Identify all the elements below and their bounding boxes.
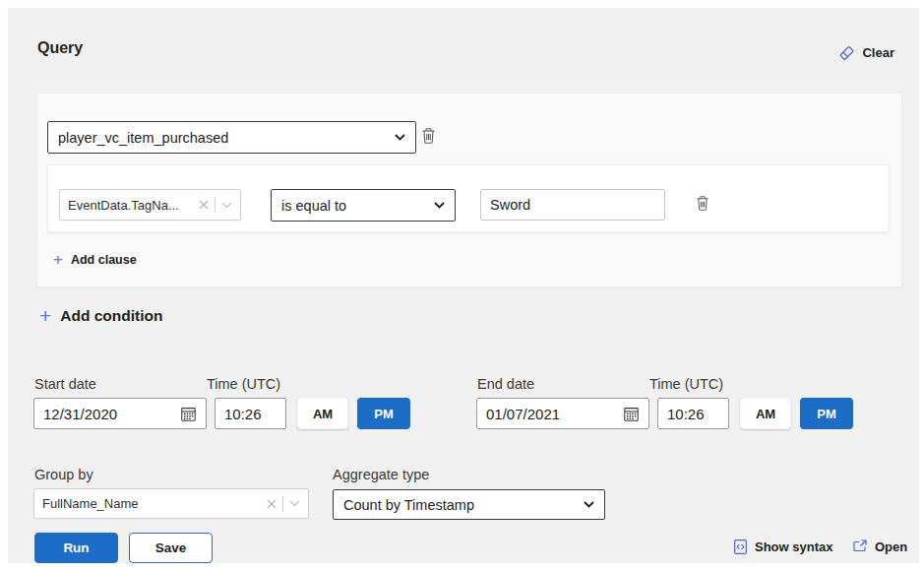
- start-pm-button[interactable]: PM: [357, 398, 410, 429]
- end-time-input[interactable]: [657, 398, 729, 429]
- delete-condition-button[interactable]: [421, 127, 436, 145]
- trash-icon: [421, 127, 436, 145]
- clause-field-value: EventData.TagNa...: [68, 198, 199, 213]
- event-type-value: player_vc_item_purchased: [58, 130, 228, 146]
- chevron-down-icon: [584, 501, 594, 508]
- aggregate-type-select[interactable]: Count by Timestamp: [333, 489, 605, 520]
- group-by-combobox[interactable]: FullName_Name: [33, 488, 309, 519]
- end-pm-button[interactable]: PM: [800, 398, 853, 429]
- clause-value-input[interactable]: [480, 189, 665, 221]
- start-date-field: [33, 398, 207, 429]
- start-am-button[interactable]: AM: [297, 398, 348, 429]
- end-date-field: [476, 398, 649, 429]
- open-button[interactable]: Open: [852, 539, 907, 554]
- x-dismiss-icon[interactable]: [267, 499, 277, 509]
- end-time-label: Time (UTC): [649, 376, 723, 392]
- x-dismiss-icon[interactable]: [199, 200, 209, 210]
- page-title: Query: [37, 39, 83, 57]
- code-document-icon: [733, 539, 748, 555]
- clause-operator-value: is equal to: [281, 198, 346, 214]
- plus-icon: +: [39, 304, 51, 328]
- start-date-input[interactable]: [43, 406, 180, 422]
- query-panel: Query Clear player_vc_item_purchased: [8, 8, 919, 563]
- start-time-input[interactable]: [215, 398, 286, 429]
- trash-icon: [696, 195, 709, 212]
- run-button[interactable]: Run: [34, 533, 118, 563]
- open-label: Open: [875, 539, 907, 554]
- clear-label: Clear: [862, 45, 894, 60]
- add-clause-button[interactable]: + Add clause: [53, 250, 137, 270]
- group-by-label: Group by: [34, 467, 93, 482]
- show-syntax-button[interactable]: Show syntax: [733, 539, 832, 555]
- chevron-down-icon: [434, 202, 445, 209]
- open-external-icon: [852, 539, 868, 554]
- plus-icon: +: [53, 250, 63, 270]
- end-date-input[interactable]: [486, 406, 623, 422]
- group-by-value: FullName_Name: [42, 496, 267, 511]
- clause-operator-select[interactable]: is equal to: [271, 189, 456, 222]
- delete-clause-button[interactable]: [696, 195, 709, 212]
- end-date-label: End date: [477, 376, 534, 392]
- chevron-down-icon: [395, 134, 405, 141]
- calendar-icon[interactable]: [623, 406, 640, 422]
- chevron-down-icon[interactable]: [289, 500, 300, 507]
- start-time-label: Time (UTC): [207, 376, 280, 392]
- calendar-icon[interactable]: [180, 406, 197, 422]
- divider: [215, 197, 216, 213]
- event-type-select[interactable]: player_vc_item_purchased: [47, 121, 416, 154]
- eraser-icon: [838, 44, 855, 61]
- divider: [282, 496, 283, 512]
- clause-field-combobox[interactable]: EventData.TagNa...: [59, 189, 241, 221]
- save-button[interactable]: Save: [129, 533, 213, 563]
- add-condition-label: Add condition: [60, 307, 162, 325]
- end-am-button[interactable]: AM: [740, 398, 791, 429]
- aggregate-type-label: Aggregate type: [333, 467, 429, 482]
- chevron-down-icon[interactable]: [221, 202, 232, 209]
- clear-button[interactable]: Clear: [838, 44, 894, 61]
- add-clause-label: Add clause: [71, 253, 137, 267]
- add-condition-button[interactable]: + Add condition: [39, 304, 162, 328]
- start-date-label: Start date: [34, 376, 96, 392]
- show-syntax-label: Show syntax: [755, 539, 832, 554]
- aggregate-type-value: Count by Timestamp: [343, 497, 474, 513]
